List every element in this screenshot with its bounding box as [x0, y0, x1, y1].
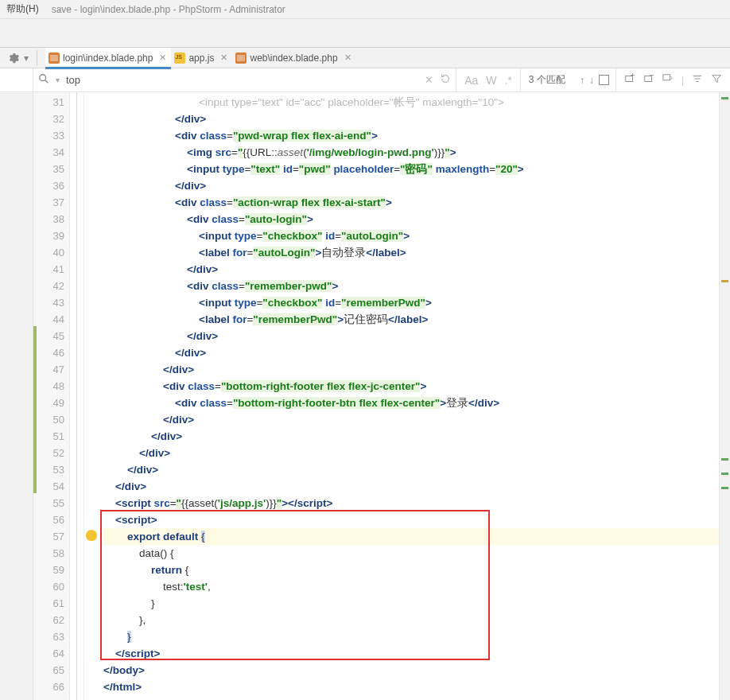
line-number[interactable]: 55: [33, 495, 64, 511]
line-number[interactable]: 37: [33, 194, 64, 211]
code-line[interactable]: test:'test',: [103, 578, 719, 595]
match-case-toggle[interactable]: Aa: [464, 74, 478, 87]
funnel-icon[interactable]: [711, 73, 722, 87]
code-line[interactable]: </div>: [103, 428, 719, 445]
tool-window-stripe-left[interactable]: [0, 92, 33, 700]
line-number[interactable]: 61: [33, 595, 64, 612]
next-match-icon[interactable]: ↓: [589, 75, 594, 86]
chevron-down-icon[interactable]: ▾: [56, 76, 60, 84]
line-number[interactable]: 47: [33, 361, 64, 378]
code-line[interactable]: </div>: [103, 461, 719, 478]
search-icon[interactable]: [38, 73, 49, 87]
line-number[interactable]: 31: [33, 94, 64, 111]
line-number[interactable]: 65: [33, 662, 64, 679]
inspection-marker[interactable]: [721, 97, 728, 99]
code-line[interactable]: }: [103, 628, 719, 645]
code-line[interactable]: </body>: [103, 662, 719, 679]
intention-bulb-icon[interactable]: [86, 530, 97, 541]
code-line[interactable]: <div class="action-wrap flex flex-ai-sta…: [103, 194, 719, 211]
line-number[interactable]: 42: [33, 278, 64, 294]
close-icon[interactable]: ✕: [220, 52, 227, 63]
editor-tab[interactable]: login\index.blade.php ✕: [45, 48, 171, 68]
code-line[interactable]: [103, 695, 719, 700]
line-number[interactable]: 56: [33, 511, 64, 528]
code-line[interactable]: },: [103, 612, 719, 628]
editor-tab[interactable]: app.js ✕: [171, 48, 232, 68]
find-input[interactable]: [66, 74, 418, 86]
code-line[interactable]: <label for="rememberPwd">记住密码</label>: [103, 311, 719, 328]
match-words-toggle[interactable]: W: [486, 74, 496, 87]
add-selection-icon[interactable]: [624, 73, 635, 87]
clear-icon[interactable]: ✕: [425, 74, 433, 86]
line-number[interactable]: 63: [33, 628, 64, 645]
code-line[interactable]: </div>: [103, 111, 719, 127]
code-line[interactable]: <label for="autoLogin">自动登录</label>: [103, 244, 719, 261]
inspection-marker[interactable]: [721, 472, 728, 475]
line-number[interactable]: 35: [33, 161, 64, 177]
code-line[interactable]: <input type="checkbox" id="rememberPwd">: [103, 294, 719, 311]
code-line[interactable]: </div>: [103, 478, 719, 495]
line-number[interactable]: 46: [33, 344, 64, 361]
select-all-occurrences-icon[interactable]: [662, 73, 674, 87]
menu-help[interactable]: 帮助(H): [6, 2, 39, 16]
line-number[interactable]: 59: [33, 562, 64, 578]
line-number[interactable]: 48: [33, 378, 64, 395]
code-line[interactable]: <input type="text" id="pwd" placeholder=…: [103, 161, 719, 177]
code-line[interactable]: <div class="auto-login">: [103, 211, 719, 228]
line-number[interactable]: 64: [33, 645, 64, 662]
chevron-down-icon[interactable]: ▾: [24, 52, 29, 64]
line-number[interactable]: 52: [33, 445, 64, 461]
line-number-gutter[interactable]: 3132333435363738394041424344454647484950…: [33, 92, 70, 700]
code-line[interactable]: }: [103, 595, 719, 612]
line-number[interactable]: 38: [33, 211, 64, 228]
line-number[interactable]: 67: [33, 695, 64, 700]
close-icon[interactable]: ✕: [344, 52, 351, 63]
line-number[interactable]: 32: [33, 111, 64, 127]
line-number[interactable]: 50: [33, 411, 64, 428]
filter-toggle-icon[interactable]: [692, 73, 703, 87]
code-line[interactable]: <script>: [103, 511, 719, 528]
code-line[interactable]: </div>: [103, 411, 719, 428]
code-line[interactable]: <div class="bottom-right-footer-btn flex…: [103, 395, 719, 411]
line-number[interactable]: 40: [33, 244, 64, 261]
line-number[interactable]: 62: [33, 612, 64, 628]
code-line[interactable]: <script src="{{asset('js/app.js')}}"></s…: [103, 495, 719, 511]
inspection-marker[interactable]: [721, 458, 728, 461]
folding-gutter[interactable]: [70, 92, 84, 700]
line-number[interactable]: 49: [33, 395, 64, 411]
code-line[interactable]: </div>: [103, 344, 719, 361]
line-number[interactable]: 41: [33, 261, 64, 278]
line-number[interactable]: 33: [33, 127, 64, 144]
code-line[interactable]: </div>: [103, 328, 719, 344]
code-line[interactable]: <div class="pwd-wrap flex flex-ai-end">: [103, 127, 719, 144]
editor-tab[interactable]: web\index.blade.php ✕: [232, 48, 355, 68]
match-regex-toggle[interactable]: .*: [505, 74, 512, 87]
code-line[interactable]: <div class="bottom-right-footer flex fle…: [103, 378, 719, 395]
select-all-icon[interactable]: [599, 75, 609, 85]
code-line[interactable]: <input type="checkbox" id="autoLogin">: [103, 228, 719, 244]
code-line[interactable]: return {: [103, 562, 719, 578]
code-line[interactable]: </div>: [103, 177, 719, 194]
code-line[interactable]: data() {: [103, 545, 719, 562]
code-line[interactable]: <img src="{{URL::asset('/img/web/login-p…: [103, 144, 719, 161]
line-number[interactable]: 66: [33, 679, 64, 695]
code-line[interactable]: </html>: [103, 679, 719, 695]
code-line[interactable]: <div class="remember-pwd">: [103, 278, 719, 294]
line-number[interactable]: 36: [33, 177, 64, 194]
line-number[interactable]: 44: [33, 311, 64, 328]
history-icon[interactable]: [440, 73, 451, 87]
line-number[interactable]: 51: [33, 428, 64, 445]
line-number[interactable]: 43: [33, 294, 64, 311]
inspection-marker[interactable]: [721, 487, 728, 489]
code-line[interactable]: </div>: [103, 261, 719, 278]
remove-selection-icon[interactable]: [643, 73, 654, 87]
code-line[interactable]: </script>: [103, 645, 719, 662]
prev-match-icon[interactable]: ↑: [580, 75, 584, 86]
gear-icon[interactable]: [6, 51, 21, 65]
line-number[interactable]: 54: [33, 478, 64, 495]
line-number[interactable]: 58: [33, 545, 64, 562]
line-number[interactable]: 45: [33, 328, 64, 344]
line-number[interactable]: 53: [33, 461, 64, 478]
inspection-marker[interactable]: [721, 280, 728, 282]
close-icon[interactable]: ✕: [159, 52, 166, 63]
